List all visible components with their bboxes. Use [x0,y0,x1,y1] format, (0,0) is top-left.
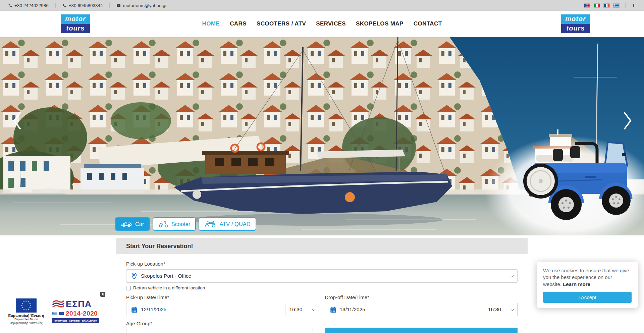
location-pin-icon [131,272,137,280]
nav-item-contact[interactable]: CONTACT [414,20,442,27]
calendar-icon [131,307,138,313]
pickup-datetime-label: Pick-up Date/Time* [126,294,319,300]
pickup-datetime-col: Pick-up Date/Time* 12/11/20 [126,294,319,316]
scooter-icon [158,220,168,228]
tab-atv-label: ATV / QUAD [219,221,250,227]
separator [109,3,110,8]
reservation-panel: Start Your Reservation! Pick-up Location… [116,238,528,333]
phone-2-number: +30 6945803344 [69,3,103,8]
page: +30 2424022986 +30 6945803344 motortours… [0,0,644,333]
facebook-icon[interactable]: f [632,3,636,8]
dropoff-time-value: 16:30 [488,307,501,313]
banner-close-button[interactable]: X [100,292,105,297]
age-group-label: Age Group* [126,321,313,326]
email[interactable]: motortours@yahoo.gr [116,3,167,8]
separator [625,3,626,8]
reservation-title: Start Your Reservation! [126,243,193,250]
dropoff-datetime-group: 13/11/2025 16:30 [325,303,518,316]
logo-line-motor: motor [561,14,590,24]
hero-carousel [0,37,644,235]
dropoff-datetime-col: Drop-off Date/Time* 13/11/2 [325,294,518,316]
eu-subtitle-2: Περιφερειακής Ανάπτυξης [3,321,50,325]
chevron-down-icon [511,307,514,311]
pickup-date-value: 12/11/2025 [141,307,166,313]
phone-icon [62,3,67,8]
main-menu: HOME CARS SCOOTERS / ATV SERVICES SKOPEL… [0,11,644,37]
search-prices-button[interactable]: SEARCH PRICES [325,328,518,333]
eu-logo: Ευρωπαϊκή Ένωση Ευρωπαϊκό Ταμείο Περιφερ… [3,298,50,325]
pickup-location-label: Pick-up Location* [126,261,518,267]
phone-1-number: +30 2424022986 [14,3,49,8]
flag-english-icon[interactable] [584,4,590,7]
espa-waves-icon [52,300,64,309]
panel-header: Start Your Reservation! [116,238,528,254]
espa-logo: ΕΣΠΑ 2014-2020 ανάπτυξη - εργασία - αλλη… [52,299,99,323]
vehicle-type-tabs: Car Scooter ATV / QUAD [115,217,256,231]
navbar: motor tours HOME CARS SCOOTERS / ATV SER… [0,11,644,37]
eu-flag-small-icon [59,312,64,315]
eu-flag-icon [16,298,37,313]
tab-car-label: Car [135,221,144,227]
tab-scooter[interactable]: Scooter [153,217,196,231]
pickup-time-value: 16:30 [289,307,303,313]
flag-french-icon[interactable] [604,4,609,7]
panel-body: Pick-up Location* Skopelos Port - Office… [116,254,528,333]
dropoff-datetime-label: Drop-off Date/Time* [325,294,518,300]
dropoff-date-value: 13/11/2025 [340,307,365,313]
different-location-row[interactable]: Return vehicle in a different location [126,285,518,290]
dropoff-date-input[interactable]: 13/11/2025 [325,303,484,316]
calendar-icon [330,307,336,313]
espa-years: 2014-2020 [66,310,98,317]
cookie-consent: We use cookies to ensure that we give yo… [537,262,638,308]
pickup-date-input[interactable]: 12/11/2025 [126,303,285,316]
pickup-location-select[interactable]: Skopelos Port - Office [126,269,518,283]
envelope-icon [116,3,121,8]
hero-photo [0,37,644,235]
logo-line-tours: tours [561,24,590,33]
pickup-location-value: Skopelos Port - Office [141,273,191,279]
eu-subtitle-1: Ευρωπαϊκό Ταμείο [3,318,50,321]
cookie-learn-more-link[interactable]: Learn more [563,281,590,287]
separator [55,3,56,8]
age-group-col: Age Group* 24-75 [126,321,313,333]
tab-atv-quad[interactable]: ATV / QUAD [199,217,256,231]
different-location-checkbox[interactable] [126,286,131,290]
different-location-label: Return vehicle in a different location [133,285,205,290]
eu-espa-banner: X Ευρωπαϊκή Ένωση Ευρωπαϊκό Ταμείο Περιφ… [3,291,108,331]
phone-1[interactable]: +30 2424022986 [8,3,49,8]
flag-greek-icon[interactable] [613,4,619,7]
logo-right[interactable]: motor tours [561,14,590,33]
nav-item-scooters-atv[interactable]: SCOOTERS / ATV [257,20,306,27]
nav-item-services[interactable]: SERVICES [316,20,346,27]
phone-2[interactable]: +30 6945803344 [62,3,103,8]
pickup-datetime-group: 12/11/2025 16:30 [126,303,319,316]
atv-icon [204,220,216,228]
nav-item-home[interactable]: HOME [202,20,220,27]
email-address: motortours@yahoo.gr [123,3,167,8]
pickup-time-select[interactable]: 16:30 [285,303,319,316]
tab-car[interactable]: Car [115,217,150,231]
topbar: +30 2424022986 +30 6945803344 motortours… [0,0,644,11]
age-group-select[interactable]: 24-75 [126,329,313,333]
greek-flag-small-icon [52,312,57,315]
nav-item-cars[interactable]: CARS [230,20,247,27]
nav-item-skopelos-map[interactable]: SKOPELOS MAP [356,20,404,27]
carousel-next-icon[interactable] [620,108,635,133]
chevron-down-icon [510,274,514,277]
car-icon [121,221,132,227]
tab-scooter-label: Scooter [171,221,191,227]
cookie-accept-button[interactable]: I Accept [543,292,632,303]
flag-italian-icon[interactable] [594,4,600,7]
carousel-prev-icon[interactable] [10,108,25,133]
topbar-right: f [584,3,636,8]
espa-title: ΕΣΠΑ [66,299,92,310]
phone-icon [8,3,12,8]
dropoff-time-select[interactable]: 16:30 [484,303,517,316]
chevron-down-icon [312,307,315,311]
espa-slogan: ανάπτυξη - εργασία - αλληλεγγύη [52,318,99,323]
eu-title: Ευρωπαϊκή Ένωση [3,314,50,318]
